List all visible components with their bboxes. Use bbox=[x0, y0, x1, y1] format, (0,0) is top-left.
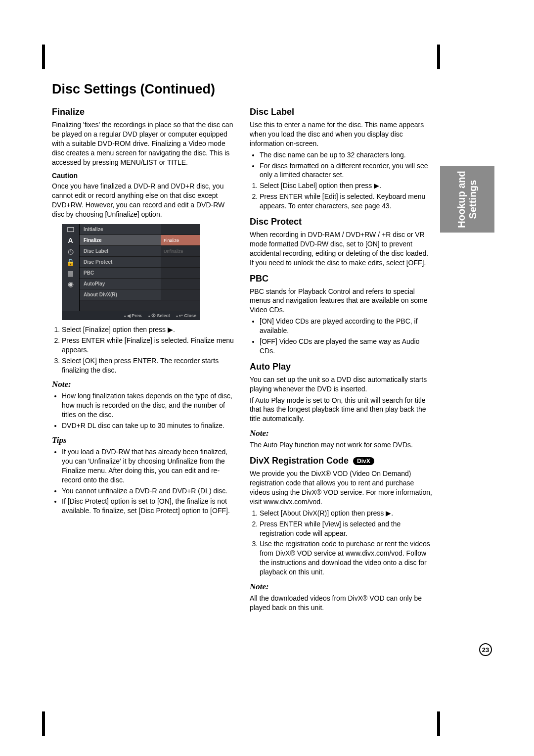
list-item: You cannot unfinalize a DVD-R and DVD+R … bbox=[62, 486, 235, 496]
letter-a-icon: A bbox=[62, 235, 80, 246]
autoplay-p2: If Auto Play mode is set to On, this uni… bbox=[250, 396, 433, 424]
finalize-intro: Finalizing 'fixes' the recordings in pla… bbox=[52, 120, 235, 167]
pbc-bullets: [ON] Video CDs are played according to t… bbox=[250, 317, 433, 356]
crop-mark bbox=[437, 45, 440, 69]
autoplay-heading: Auto Play bbox=[250, 362, 433, 372]
list-item: The disc name can be up to 32 characters… bbox=[260, 150, 433, 160]
osd-select: ⦿ Select bbox=[148, 313, 170, 318]
page-title: Disc Settings (Continued) bbox=[52, 82, 433, 97]
pbc-heading: PBC bbox=[250, 274, 433, 284]
section-tab-line2: Settings bbox=[467, 180, 478, 219]
osd-menu-screenshot: Initialize AFinalizeFinalize ◷Disc Label… bbox=[62, 224, 200, 320]
svg-rect-0 bbox=[67, 228, 73, 232]
pbc-intro: PBC stands for Playback Control and refe… bbox=[250, 287, 433, 315]
list-item: For discs formatted on a different recor… bbox=[260, 161, 433, 180]
osd-item-value bbox=[161, 224, 200, 235]
divx-heading: DivX Registration Code DivX bbox=[250, 456, 433, 466]
divx-intro: We provide you the DivX® VOD (Video On D… bbox=[250, 469, 433, 507]
list-item: Select [Disc Label] option then press ▶. bbox=[260, 181, 433, 190]
osd-item-label: Disc Label bbox=[80, 246, 161, 257]
section-tab: Hookup and Settings bbox=[440, 166, 494, 233]
caution-label: Caution bbox=[52, 172, 235, 180]
blank-icon bbox=[62, 289, 80, 300]
autoplay-note: The Auto Play function may not work for … bbox=[250, 440, 433, 450]
osd-item-value bbox=[161, 279, 200, 289]
list-item: If [Disc Protect] option is set to [ON],… bbox=[62, 497, 235, 516]
page-content: Disc Settings (Continued) Finalize Final… bbox=[52, 82, 433, 614]
list-item: [ON] Video CDs are played according to t… bbox=[260, 317, 433, 335]
tips-label: Tips bbox=[52, 435, 235, 445]
left-column: Finalize Finalizing 'fixes' the recordin… bbox=[52, 107, 235, 614]
page-number: 23 bbox=[479, 643, 492, 656]
list-item: [OFF] Video CDs are played the same way … bbox=[260, 337, 433, 356]
finalize-steps: Select [Finalize] option then press ▶. P… bbox=[52, 325, 235, 375]
list-item: Select [OK] then press ENTER. The record… bbox=[62, 356, 235, 375]
disc-protect-heading: Disc Protect bbox=[250, 217, 433, 227]
list-item: Use the registration code to purchase or… bbox=[260, 539, 433, 577]
osd-close: ↩ Close bbox=[176, 313, 196, 318]
osd-item-label: PBC bbox=[80, 268, 161, 279]
osd-item-label: Initialize bbox=[80, 224, 161, 235]
crop-mark bbox=[437, 711, 440, 736]
note-label: Note: bbox=[250, 428, 433, 438]
osd-item-value bbox=[161, 268, 200, 279]
osd-item-value: Finalize bbox=[161, 235, 200, 246]
list-item: Press ENTER while [Finalize] is selected… bbox=[62, 336, 235, 355]
crop-mark bbox=[42, 45, 45, 69]
list-item: If you load a DVD-RW that has already be… bbox=[62, 447, 235, 485]
list-item: Select [Finalize] option then press ▶. bbox=[62, 325, 235, 334]
film-icon: ▦ bbox=[62, 268, 80, 279]
osd-footer: ◀ Prev. ⦿ Select ↩ Close bbox=[62, 311, 200, 320]
caution-text: Once you have finalized a DVD-R and DVD+… bbox=[52, 182, 235, 219]
osd-item-value bbox=[161, 289, 200, 300]
autoplay-p1: You can set up the unit so a DVD disc au… bbox=[250, 375, 433, 394]
tv-icon bbox=[62, 224, 80, 235]
disc-label-bullets: The disc name can be up to 32 characters… bbox=[250, 150, 433, 180]
disc-label-heading: Disc Label bbox=[250, 107, 433, 117]
osd-item-label: About DivX(R) bbox=[80, 289, 161, 300]
osd-item-label: Disc Protect bbox=[80, 257, 161, 268]
list-item: Press ENTER while [View] is selected and… bbox=[260, 520, 433, 538]
disc-protect-text: When recording in DVD-RAM / DVD+RW / +R … bbox=[250, 230, 433, 268]
finalize-tips: If you load a DVD-RW that has already be… bbox=[52, 447, 235, 516]
disc-label-intro: Use this to enter a name for the disc. T… bbox=[250, 120, 433, 148]
divx-heading-text: DivX Registration Code bbox=[250, 456, 349, 466]
finalize-heading: Finalize bbox=[52, 107, 235, 117]
osd-item-label: AutoPlay bbox=[80, 279, 161, 289]
list-item: How long finalization takes depends on t… bbox=[62, 391, 235, 420]
divx-badge-icon: DivX bbox=[353, 457, 374, 465]
divx-note: All the downloaded videos from DivX® VOD… bbox=[250, 594, 433, 613]
lock-icon: 🔒 bbox=[62, 257, 80, 268]
list-item: DVD+R DL disc can take up to 30 minutes … bbox=[62, 421, 235, 430]
note-label: Note: bbox=[52, 379, 235, 389]
osd-item-value bbox=[161, 257, 200, 268]
note-label: Note: bbox=[250, 582, 433, 592]
disc-label-steps: Select [Disc Label] option then press ▶.… bbox=[250, 181, 433, 211]
right-column: Disc Label Use this to enter a name for … bbox=[250, 107, 433, 614]
list-item: Press ENTER while [Edit] is selected. Ke… bbox=[260, 192, 433, 211]
crop-mark bbox=[42, 711, 45, 736]
clock-icon: ◷ bbox=[62, 246, 80, 257]
list-item: Select [About DivX(R)] option then press… bbox=[260, 509, 433, 518]
divx-steps: Select [About DivX(R)] option then press… bbox=[250, 509, 433, 577]
disc-icon: ◉ bbox=[62, 279, 80, 289]
finalize-notes: How long finalization takes depends on t… bbox=[52, 391, 235, 430]
osd-item-value: Unfinalize bbox=[161, 246, 200, 257]
section-tab-line1: Hookup and bbox=[456, 171, 467, 228]
osd-prev: ◀ Prev. bbox=[124, 313, 142, 318]
osd-item-label: Finalize bbox=[80, 235, 161, 246]
